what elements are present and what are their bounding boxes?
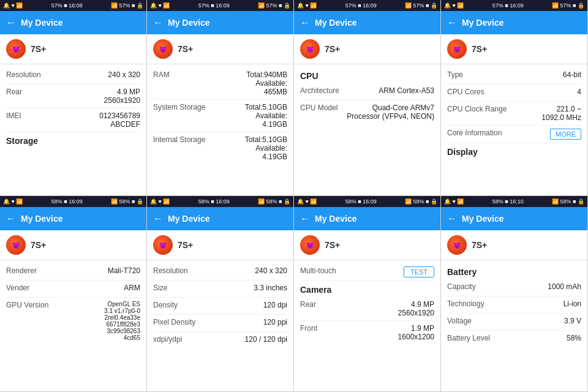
panel-device-8: 🔔 ♥ 📶 58% ■ 16:10 📶 58% ■ 🔒 ← My Device …: [441, 196, 588, 392]
value-technology: Li-ion: [564, 300, 581, 308]
nav-title-3: My Device: [315, 18, 356, 28]
status-icons-right: 📶 57% ■ 🔒: [111, 2, 143, 9]
table-row: Renderer Mali-T720: [6, 263, 140, 281]
app-name-5: 7S+: [31, 240, 46, 250]
value-vender: ARM: [124, 284, 140, 292]
test-button[interactable]: TEST: [404, 266, 434, 277]
value-xdpi: 120 / 120 dpi: [245, 335, 287, 344]
label-resolution: Resolution: [6, 70, 41, 79]
status-icons-right-7: 📶 58% ■ 🔒: [405, 198, 437, 205]
content-6: Resolution 240 x 320 Size 3.3 inches Den…: [147, 260, 293, 391]
value-front-camera: 1.9 MP1600x1200: [398, 324, 434, 341]
section-storage: Storage: [6, 132, 140, 148]
table-row: Front 1.9 MP1600x1200: [300, 321, 434, 344]
status-icons-right-3: 📶 57% ■ 🔒: [405, 2, 437, 9]
back-button-7[interactable]: ←: [300, 213, 310, 224]
back-button-2[interactable]: ←: [153, 17, 163, 28]
value-type: 64-bit: [563, 70, 581, 79]
label-cpu-cores: CPU Cores: [447, 88, 484, 96]
nav-bar-4: ← My Device: [441, 11, 587, 34]
label-xdpi: xdpi/ydpi: [153, 335, 182, 344]
label-technology: Technology: [447, 300, 484, 308]
app-header-3: 😈 7S+: [294, 34, 440, 64]
label-core-info: Core Information: [447, 129, 502, 137]
status-time-7: 58% ■ 16:09: [345, 198, 377, 205]
label-density: Density: [153, 301, 178, 309]
label-cpu-clock: CPU Clock Range: [447, 105, 507, 113]
status-icons-left-7: 🔔 ♥ 📶: [297, 198, 317, 205]
value-imei: 0123456789ABCDEF: [99, 111, 140, 129]
section-display: Display: [447, 143, 581, 159]
content-5: Renderer Mali-T720 Vender ARM GPU Versio…: [0, 260, 146, 391]
label-rear-camera: Rear: [300, 300, 316, 309]
more-button[interactable]: MORE: [550, 129, 581, 140]
app-header-2: 😈 7S+: [147, 34, 293, 64]
table-row: Capacity 1000 mAh: [447, 279, 581, 296]
app-name-6: 7S+: [178, 240, 193, 250]
back-button-3[interactable]: ←: [300, 17, 310, 28]
nav-bar-2: ← My Device: [147, 11, 293, 34]
value-ram: Total:940MBAvailable:465MB: [246, 70, 287, 96]
value-rear: 4.9 MP2560x1920: [104, 88, 140, 105]
content-3: CPU Architecture ARM Cortex-A53 CPU Mode…: [294, 64, 440, 195]
status-time-6: 58% ■ 16:09: [198, 198, 230, 205]
status-icons-left-5: 🔔 ♥ 📶: [3, 198, 23, 205]
panel-device-2: 🔔 ♥ 📶 57% ■ 16:09 📶 57% ■ 🔒 ← My Device …: [147, 0, 294, 196]
table-row: CPU Cores 4: [447, 85, 581, 102]
label-rear: Rear: [6, 88, 22, 96]
table-row: Internal Storage Total:5.10GBAvailable:4…: [153, 132, 287, 164]
label-resolution-2: Resolution: [153, 266, 188, 275]
panel-device-1: 🔔 ♥ 📶 57% ■ 16:08 📶 57% ■ 🔒 ← My Device …: [0, 0, 147, 196]
value-cpu-clock: 221.0 ~1092.0 MHz: [541, 105, 581, 122]
value-pixel-density: 120 ppi: [263, 318, 287, 326]
back-button-4[interactable]: ←: [447, 17, 457, 28]
status-icons-left-8: 🔔 ♥ 📶: [444, 198, 464, 205]
table-row: Resolution 240 x 320: [6, 67, 140, 85]
value-system-storage: Total:5.10GBAvailable:4.19GB: [245, 103, 287, 129]
value-capacity: 1000 mAh: [548, 282, 581, 291]
label-renderer: Renderer: [6, 266, 37, 275]
app-icon-2: 😈: [153, 39, 173, 59]
status-time-3: 57% ■ 16:09: [345, 2, 377, 9]
label-system-storage: System Storage: [153, 103, 205, 111]
label-voltage: Voltage: [447, 317, 472, 325]
value-size: 3.3 inches: [254, 284, 287, 292]
app-icon-1: 😈: [6, 39, 26, 59]
nav-title-6: My Device: [168, 214, 209, 224]
status-icons-left-3: 🔔 ♥ 📶: [297, 2, 317, 9]
table-row: Pixel Density 120 ppi: [153, 315, 287, 332]
label-capacity: Capacity: [447, 282, 476, 291]
panel-device-3: 🔔 ♥ 📶 57% ■ 16:09 📶 57% ■ 🔒 ← My Device …: [294, 0, 441, 196]
nav-bar-5: ← My Device: [0, 207, 146, 230]
status-time-2: 57% ■ 16:09: [198, 2, 230, 9]
panel-device-4: 🔔 ♥ 📶 57% ■ 16:09 📶 57% ■ 🔒 ← My Device …: [441, 0, 588, 196]
value-internal-storage: Total:5.10GBAvailable:4.19GB: [245, 135, 287, 161]
app-header-1: 😈 7S+: [0, 34, 146, 64]
label-pixel-density: Pixel Density: [153, 318, 195, 326]
back-button-6[interactable]: ←: [153, 213, 163, 224]
nav-title-7: My Device: [315, 214, 356, 224]
app-name-8: 7S+: [472, 240, 487, 250]
status-icons-right-4: 📶 57% ■ 🔒: [552, 2, 584, 9]
back-button-5[interactable]: ←: [6, 213, 16, 224]
status-icons-left: 🔔 ♥ 📶: [3, 2, 23, 9]
value-battery-level: 58%: [567, 334, 581, 342]
content-1: Resolution 240 x 320 Rear 4.9 MP2560x192…: [0, 64, 146, 195]
content-8: Battery Capacity 1000 mAh Technology Li-…: [441, 260, 587, 391]
status-time-5: 58% ■ 16:09: [51, 198, 83, 205]
app-icon-6: 😈: [153, 235, 173, 255]
back-button-1[interactable]: ←: [6, 17, 16, 28]
app-icon-5: 😈: [6, 235, 26, 255]
app-name-7: 7S+: [325, 240, 340, 250]
label-imei: IMEI: [6, 111, 21, 120]
nav-bar-1: ← My Device: [0, 11, 146, 34]
label-architecture: Architecture: [300, 86, 339, 95]
value-architecture: ARM Cortex-A53: [379, 86, 434, 95]
app-header-8: 😈 7S+: [441, 230, 587, 260]
nav-bar-3: ← My Device: [294, 11, 440, 34]
content-4: Type 64-bit CPU Cores 4 CPU Clock Range …: [441, 64, 587, 195]
nav-title-2: My Device: [168, 18, 209, 28]
app-name-1: 7S+: [31, 44, 46, 54]
back-button-8[interactable]: ←: [447, 213, 457, 224]
app-icon-8: 😈: [447, 235, 467, 255]
